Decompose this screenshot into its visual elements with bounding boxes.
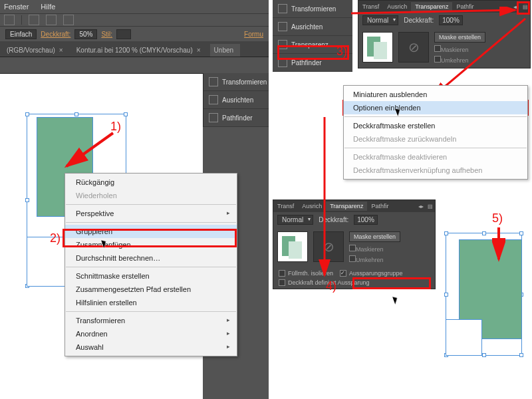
- panel-ausrichten[interactable]: Ausrichten: [273, 18, 352, 36]
- options-bar: Einfach Deckkraft: 50% Stil: Formu: [0, 27, 269, 41]
- panel-menu-icon[interactable]: ▤: [426, 203, 435, 209]
- ctx-redo: Wiederholen: [65, 189, 237, 202]
- tab-transparenz[interactable]: Transparenz: [411, 2, 452, 11]
- ctx-select[interactable]: Auswahl: [65, 340, 237, 354]
- tab-transf[interactable]: Transf: [273, 201, 298, 211]
- menu-fenster[interactable]: Fenster: [4, 1, 29, 12]
- transparency-icon: [278, 40, 287, 49]
- transform-icon: [209, 77, 218, 86]
- ctx-average[interactable]: Durchschnitt berechnen…: [65, 251, 237, 265]
- opacity-label: Deckkraft:: [319, 216, 348, 223]
- menu-hilfe[interactable]: Hilfe: [41, 1, 55, 12]
- mask-thumb-empty[interactable]: ⊘: [398, 32, 429, 63]
- panel-ausrichten[interactable]: Ausrichten: [203, 91, 269, 109]
- isolate-blending-check[interactable]: Füllmth. isolieren: [279, 270, 333, 277]
- close-icon[interactable]: ×: [197, 47, 201, 54]
- tab-ausrich[interactable]: Ausrich: [298, 201, 326, 211]
- opacity-field[interactable]: 100%: [439, 15, 463, 25]
- doc-tab[interactable]: Kontur.ai bei 1200 % (CMYK/Vorschau)×: [72, 44, 207, 57]
- mask-invert-check: Umkehren: [434, 56, 485, 64]
- flyout-disable-opacity-mask: Deckkraftmaske deaktivieren: [344, 150, 527, 164]
- mask-clip-check: Maskieren: [434, 45, 485, 53]
- panel-pathfinder[interactable]: Pathfinder: [203, 109, 269, 127]
- flyout-show-options[interactable]: Optionen einblenden: [344, 101, 527, 114]
- style-label[interactable]: Stil:: [101, 31, 112, 38]
- flyout-release-opacity-mask: Deckkraftmaske zurückwandeln: [344, 132, 527, 146]
- tab-transparenz[interactable]: Transparenz: [326, 201, 367, 211]
- toolbar-icon[interactable]: [4, 15, 15, 25]
- tab-pathfir[interactable]: Pathfir: [452, 2, 477, 11]
- mask-clip-check: Maskieren: [349, 245, 400, 253]
- panel-menu-icon[interactable]: ▤: [521, 4, 530, 10]
- transform-icon: [278, 4, 287, 13]
- tab-transf[interactable]: Transf: [358, 2, 383, 11]
- ctx-guides[interactable]: Hilfslinien erstellen: [65, 296, 237, 309]
- menu-bar: Fenster Hilfe: [0, 0, 269, 13]
- ctx-join[interactable]: Zusammenfügen: [65, 238, 237, 251]
- make-mask-button[interactable]: Maske erstellen: [349, 231, 400, 242]
- panel-transformieren[interactable]: Transformieren: [203, 73, 269, 91]
- tab-pathfir[interactable]: Pathfir: [367, 201, 392, 211]
- blend-mode-select[interactable]: Normal: [277, 215, 313, 225]
- annotation-label-1: 1): [110, 120, 121, 134]
- ctx-undo[interactable]: Rückgängig: [65, 176, 237, 189]
- annotation-label-4: 4): [326, 279, 336, 293]
- opacity-label: Deckkraft:: [404, 17, 434, 24]
- object-thumb[interactable]: [362, 32, 393, 63]
- ctx-compoundpath[interactable]: Zusammengesetzten Pfad erstellen: [65, 283, 237, 296]
- document-tabs: (RGB/Vorschau)× Kontur.ai bei 1200 % (CM…: [0, 41, 269, 57]
- object-thumb[interactable]: [277, 231, 308, 262]
- stroke-type[interactable]: Einfach: [5, 29, 37, 39]
- ctx-arrange[interactable]: Anordnen: [65, 327, 237, 340]
- doc-tab[interactable]: (RGB/Vorschau)×: [3, 44, 70, 57]
- annotation-label-3: 3): [336, 45, 347, 59]
- panel-tabs: Transf Ausrich Transparenz Pathfir ◂▸ ▤: [273, 200, 435, 212]
- opacity-label[interactable]: Deckkraft:: [41, 31, 70, 38]
- ctx-clipmask[interactable]: Schnittmaske erstellen: [65, 269, 237, 283]
- blend-mode-select[interactable]: Normal: [362, 15, 398, 25]
- ctx-group[interactable]: Gruppieren: [65, 225, 237, 238]
- form-link[interactable]: Formu: [244, 31, 263, 38]
- mask-invert-check: Umkehren: [349, 255, 400, 263]
- knockout-group-check[interactable]: Aussparungsgruppe: [340, 270, 403, 277]
- align-icon: [278, 22, 287, 31]
- toolbar-icon[interactable]: [29, 15, 39, 25]
- toolbar-icon[interactable]: [63, 15, 74, 25]
- app-icon-bar: [0, 13, 269, 27]
- flyout-unlink-opacity-mask: Deckkraftmaskenverknüpfung aufheben: [344, 164, 527, 177]
- close-icon[interactable]: ×: [59, 47, 63, 54]
- panel-tabs: Transf Ausrich Transparenz Pathfir ◂▸ ▤: [358, 1, 530, 13]
- ctx-transform[interactable]: Transformieren: [65, 314, 237, 327]
- toolbar-icon[interactable]: [46, 15, 57, 25]
- flyout-hide-thumbs[interactable]: Miniaturen ausblenden: [344, 88, 527, 101]
- collapse-icon[interactable]: ◂▸: [511, 4, 521, 10]
- panel-dock-right: Transformieren Ausrichten Transparenz Pa…: [273, 0, 352, 72]
- panel-flyout-menu: Miniaturen ausblenden Optionen einblende…: [343, 85, 528, 180]
- collapse-icon[interactable]: ◂▸: [416, 203, 426, 209]
- tab-ausrich[interactable]: Ausrich: [383, 2, 411, 11]
- panel-transformieren[interactable]: Transformieren: [273, 0, 352, 18]
- annotation-label-5: 5): [492, 211, 503, 225]
- mask-thumb-empty[interactable]: ⊘: [313, 231, 344, 262]
- style-field[interactable]: [116, 29, 131, 39]
- opacity-field[interactable]: 100%: [354, 215, 378, 225]
- pathfinder-icon: [278, 58, 287, 67]
- doc-tab[interactable]: Unben: [210, 44, 240, 57]
- make-mask-button[interactable]: Maske erstellen: [434, 32, 485, 43]
- align-icon: [209, 95, 218, 104]
- ctx-perspective[interactable]: Perspektive: [65, 207, 237, 220]
- opacity-defines-knockout-check[interactable]: Deckkraft definiert Aussparung: [279, 279, 370, 286]
- result-canvas[interactable]: [439, 206, 532, 372]
- flyout-make-opacity-mask[interactable]: Deckkraftmaske erstellen: [344, 119, 527, 132]
- pathfinder-icon: [209, 113, 218, 122]
- annotation-label-2: 2): [50, 231, 61, 245]
- shape-white-rect-knockout[interactable]: [446, 319, 482, 356]
- opacity-field[interactable]: 50%: [74, 29, 97, 39]
- context-menu: Rückgängig Wiederholen Perspektive Grupp…: [65, 173, 237, 356]
- panel-dock: Transformieren Ausrichten Pathfinder: [203, 73, 269, 127]
